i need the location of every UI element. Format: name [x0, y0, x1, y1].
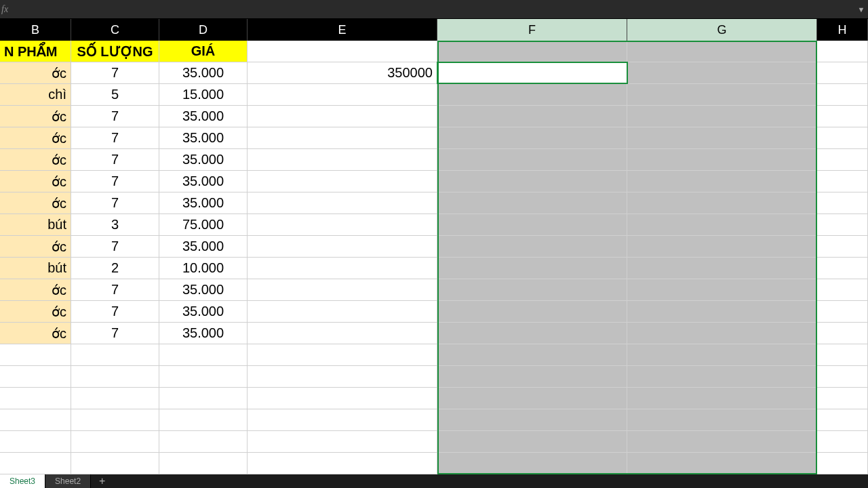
cell[interactable]: ớc [0, 171, 71, 192]
formula-input[interactable] [8, 0, 854, 18]
cell[interactable] [248, 258, 437, 279]
cell[interactable] [627, 149, 817, 170]
col-header-H[interactable]: H [817, 19, 868, 41]
cell[interactable] [627, 453, 817, 474]
cell[interactable] [71, 409, 159, 430]
cell[interactable]: 35.000 [159, 62, 248, 83]
cell[interactable] [248, 106, 437, 127]
cell[interactable] [437, 149, 627, 170]
cell[interactable] [71, 388, 159, 409]
cell[interactable] [817, 431, 868, 452]
cell[interactable] [817, 388, 868, 409]
col-header-E[interactable]: E [248, 19, 437, 41]
cell[interactable]: ớc [0, 323, 71, 344]
cell[interactable]: 7 [71, 279, 159, 300]
cell[interactable] [159, 366, 248, 387]
col-header-D[interactable]: D [159, 19, 248, 41]
cell[interactable] [71, 344, 159, 365]
cell[interactable] [627, 258, 817, 279]
cell[interactable]: ớc [0, 149, 71, 170]
cell[interactable] [817, 236, 868, 257]
cell[interactable]: 35.000 [159, 323, 248, 344]
cell[interactable] [627, 301, 817, 322]
cell[interactable]: 35.000 [159, 192, 248, 214]
cell[interactable] [817, 41, 868, 62]
cell[interactable] [437, 453, 627, 474]
cell[interactable]: ớc [0, 192, 71, 214]
cell[interactable] [817, 106, 868, 127]
cell[interactable]: 7 [71, 149, 159, 170]
cell[interactable]: ớc [0, 62, 71, 83]
cell[interactable]: 35.000 [159, 236, 248, 257]
cell[interactable] [0, 388, 71, 409]
cell[interactable] [817, 192, 868, 214]
cell[interactable] [248, 214, 437, 235]
cell[interactable]: ớc [0, 236, 71, 257]
cell[interactable]: chì [0, 84, 71, 105]
cell[interactable] [248, 431, 437, 452]
cell[interactable] [817, 127, 868, 148]
cell[interactable]: GIÁ [159, 41, 248, 62]
cell[interactable] [627, 171, 817, 192]
sheet-tab[interactable]: Sheet2 [45, 474, 91, 488]
cell[interactable] [627, 279, 817, 300]
cell[interactable] [248, 192, 437, 214]
cell[interactable]: 7 [71, 192, 159, 214]
cell[interactable]: 15.000 [159, 84, 248, 105]
cell[interactable] [248, 149, 437, 170]
cell[interactable] [159, 409, 248, 430]
cell[interactable]: 35.000 [159, 106, 248, 127]
cell[interactable] [627, 431, 817, 452]
cell[interactable] [437, 431, 627, 452]
cell[interactable] [627, 84, 817, 105]
cell[interactable]: 7 [71, 127, 159, 148]
cell[interactable] [248, 236, 437, 257]
cell[interactable] [248, 127, 437, 148]
col-header-C[interactable]: C [71, 19, 159, 41]
cell[interactable]: 3 [71, 214, 159, 235]
cell[interactable] [627, 106, 817, 127]
cell[interactable] [437, 106, 627, 127]
cell[interactable]: 10.000 [159, 258, 248, 279]
cell[interactable] [248, 344, 437, 365]
cell[interactable]: bút [0, 258, 71, 279]
cell[interactable]: 7 [71, 236, 159, 257]
cell[interactable] [437, 301, 627, 322]
cell[interactable] [0, 344, 71, 365]
cell[interactable] [159, 388, 248, 409]
cell[interactable] [248, 366, 437, 387]
cell[interactable] [0, 453, 71, 474]
cell[interactable] [437, 323, 627, 344]
cell[interactable] [437, 171, 627, 192]
cell[interactable] [437, 409, 627, 430]
cell[interactable] [817, 323, 868, 344]
cell[interactable] [0, 409, 71, 430]
cell[interactable] [437, 62, 627, 83]
cell[interactable]: SỐ LƯỢNG [71, 41, 159, 62]
cell[interactable] [817, 366, 868, 387]
cell[interactable] [627, 192, 817, 214]
cell[interactable] [627, 62, 817, 83]
col-header-B[interactable]: B [0, 19, 71, 41]
cell[interactable] [817, 409, 868, 430]
cell[interactable]: ớc [0, 279, 71, 300]
cell[interactable] [437, 84, 627, 105]
cell[interactable] [71, 366, 159, 387]
cell[interactable] [437, 388, 627, 409]
cell[interactable]: ớc [0, 127, 71, 148]
cell[interactable]: 75.000 [159, 214, 248, 235]
cell[interactable] [71, 431, 159, 452]
cell[interactable] [627, 388, 817, 409]
cell[interactable] [248, 41, 437, 62]
cell[interactable] [627, 366, 817, 387]
cell[interactable]: 35.000 [159, 279, 248, 300]
col-header-F[interactable]: F [437, 19, 627, 41]
cell[interactable]: 35.000 [159, 127, 248, 148]
cell[interactable] [248, 323, 437, 344]
cell[interactable] [817, 258, 868, 279]
cell[interactable] [437, 236, 627, 257]
cell[interactable] [817, 344, 868, 365]
cell[interactable]: 35.000 [159, 301, 248, 322]
cell[interactable] [817, 214, 868, 235]
cell[interactable] [817, 301, 868, 322]
